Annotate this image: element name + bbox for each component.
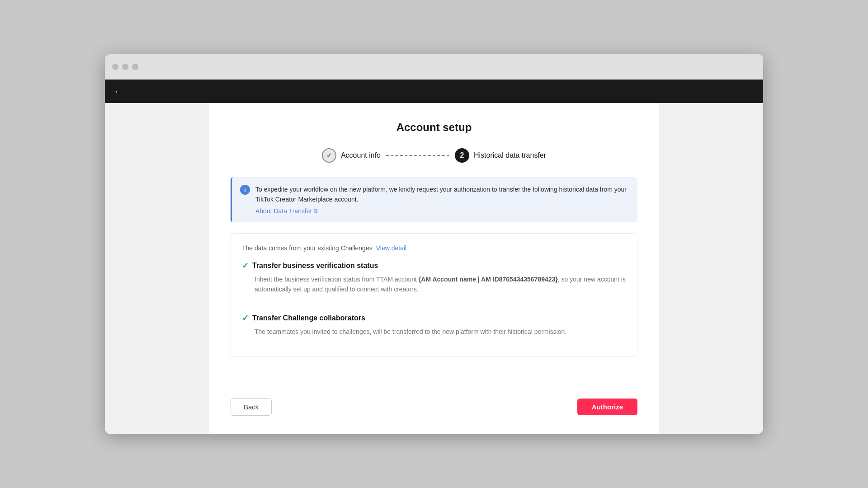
sidebar-left: [105, 103, 209, 434]
step-circle-account-info: ✓: [322, 148, 336, 163]
step-account-info: ✓ Account info: [322, 148, 381, 163]
challenges-text: The data comes from your existing Challe…: [242, 244, 373, 252]
transfer-items-divider: [242, 304, 626, 304]
am-account-highlight: {AM Account name | AM ID8765434356789423…: [419, 276, 558, 283]
step-circle-historical-transfer: 2: [455, 148, 469, 163]
transfer-item-1-title-row: ✓ Transfer business verification status: [242, 261, 626, 271]
browser-content: Account setup ✓ Account info 2 Historica…: [105, 103, 763, 434]
step-divider-line: [386, 155, 449, 156]
transfer-item-business-verification: ✓ Transfer business verification status …: [242, 261, 626, 295]
footer-buttons: Back Authorize: [231, 384, 637, 416]
browser-navbar: ←: [105, 80, 763, 103]
browser-titlebar: [105, 54, 763, 80]
about-data-transfer-link[interactable]: About Data Transfer ⧉: [255, 207, 318, 215]
sidebar-right: [659, 103, 763, 434]
info-box-text: To expedite your workflow on the new pla…: [255, 184, 629, 205]
about-data-transfer-label: About Data Transfer: [255, 207, 312, 215]
external-link-icon: ⧉: [314, 208, 318, 214]
authorize-button[interactable]: Authorize: [577, 399, 637, 415]
check-icon-1: ✓: [242, 261, 249, 271]
page-title: Account setup: [231, 121, 637, 134]
data-card: The data comes from your existing Challe…: [231, 233, 637, 357]
traffic-light-minimize[interactable]: [122, 64, 128, 70]
step-label-historical-transfer: Historical data transfer: [474, 151, 546, 160]
step-divider: [386, 155, 449, 156]
transfer-item-collaborators: ✓ Transfer Challenge collaborators The t…: [242, 313, 626, 337]
info-box: i To expedite your workflow on the new p…: [231, 177, 637, 222]
info-icon: i: [240, 185, 250, 195]
browser-window: ← Account setup ✓ Account info 2 Histori…: [105, 54, 763, 434]
main-area: Account setup ✓ Account info 2 Historica…: [209, 103, 659, 434]
info-box-content: To expedite your workflow on the new pla…: [255, 184, 629, 215]
challenges-row: The data comes from your existing Challe…: [242, 244, 626, 252]
transfer-item-2-title: Transfer Challenge collaborators: [252, 314, 365, 322]
transfer-item-2-title-row: ✓ Transfer Challenge collaborators: [242, 313, 626, 323]
step-label-account-info: Account info: [341, 151, 381, 160]
view-detail-link[interactable]: View detail: [376, 244, 406, 252]
traffic-light-maximize[interactable]: [132, 64, 138, 70]
steps-container: ✓ Account info 2 Historical data transfe…: [231, 148, 637, 163]
step-historical-transfer: 2 Historical data transfer: [455, 148, 546, 163]
back-button[interactable]: Back: [231, 398, 272, 416]
transfer-item-1-title: Transfer business verification status: [252, 262, 378, 270]
traffic-light-close[interactable]: [112, 64, 118, 70]
check-icon-2: ✓: [242, 313, 249, 323]
transfer-item-1-description: Inherit the business verification status…: [255, 274, 626, 295]
back-nav-arrow[interactable]: ←: [114, 86, 123, 97]
transfer-item-2-description: The teammates you invited to challenges,…: [255, 327, 626, 337]
